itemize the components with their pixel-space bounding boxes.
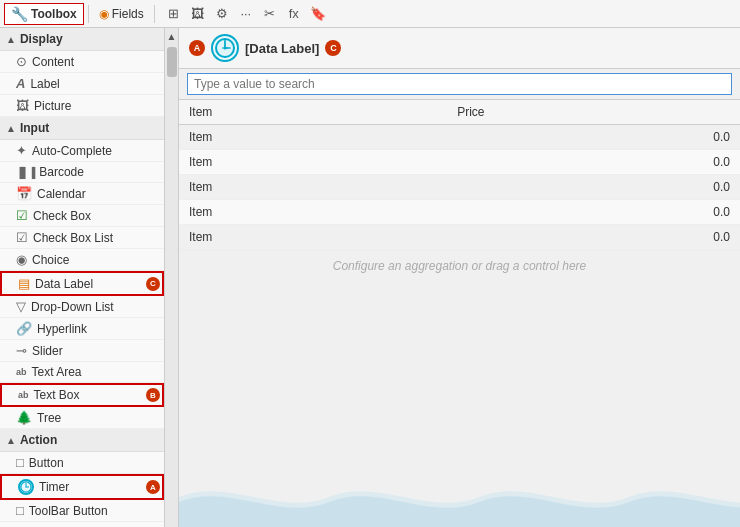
toolbarbutton-icon: □ <box>16 503 24 518</box>
hyperlink-icon: 🔗 <box>16 321 32 336</box>
sidebar-item-button[interactable]: □ Button <box>0 452 164 474</box>
sidebar-item-checkboxlist[interactable]: ☑ Check Box List <box>0 227 164 249</box>
wave-svg <box>179 467 740 527</box>
sidebar-item-hyperlink[interactable]: 🔗 Hyperlink <box>0 318 164 340</box>
sidebar-item-barcode[interactable]: ▐▌▐ Barcode <box>0 162 164 183</box>
sidebar-item-label[interactable]: A Label <box>0 73 164 95</box>
sidebar-item-dropdown[interactable]: ▽ Drop-Down List <box>0 296 164 318</box>
barcode-icon: ▐▌▐ <box>16 167 34 178</box>
textarea-label: Text Area <box>32 365 82 379</box>
cell-item: Item <box>179 225 447 250</box>
toolbar-action-icons: ⊞ 🖼 ⚙ ··· ✂ fx 🔖 <box>163 4 329 24</box>
input-arrow-icon: ▲ <box>6 123 16 134</box>
fields-tab[interactable]: ◉ Fields <box>93 5 150 23</box>
wave-divider <box>179 467 740 527</box>
main-area: ▲ Display ⊙ Content A Label 🖼 Picture ▲ … <box>0 28 740 527</box>
cell-price: 0.0 <box>447 125 740 150</box>
badge-b: B <box>146 388 160 402</box>
cell-price: 0.0 <box>447 200 740 225</box>
bookmark-icon-btn[interactable]: 🔖 <box>307 4 329 24</box>
tree-label: Tree <box>37 411 61 425</box>
sidebar-item-picture[interactable]: 🖼 Picture <box>0 95 164 117</box>
table-container: Item Price Item 0.0 Item 0.0 Item 0.0 It… <box>179 100 740 467</box>
dropdown-label: Drop-Down List <box>31 300 114 314</box>
fields-icon: ◉ <box>99 7 109 21</box>
section-action[interactable]: ▲ Action <box>0 429 164 452</box>
cell-item: Item <box>179 125 447 150</box>
label-label: Label <box>30 77 59 91</box>
sidebar-item-toolbarbutton[interactable]: □ ToolBar Button <box>0 500 164 522</box>
sidebar-item-content[interactable]: ⊙ Content <box>0 51 164 73</box>
toolbarbutton-label: ToolBar Button <box>29 504 108 518</box>
toolbar-separator2 <box>154 5 155 23</box>
table-footer: Configure an aggregation or drag a contr… <box>179 250 740 281</box>
cell-item: Item <box>179 175 447 200</box>
calendar-icon: 📅 <box>16 186 32 201</box>
sidebar-item-autocomplete[interactable]: ✦ Auto-Complete <box>0 140 164 162</box>
choice-icon: ◉ <box>16 252 27 267</box>
label-icon: A <box>16 76 25 91</box>
tree-icon: 🌲 <box>16 410 32 425</box>
button-icon: □ <box>16 455 24 470</box>
table-row: Item 0.0 <box>179 150 740 175</box>
image-icon-btn[interactable]: 🖼 <box>187 4 209 24</box>
action-section-label: Action <box>20 433 57 447</box>
table-row: Item 0.0 <box>179 225 740 250</box>
sidebar-item-textbox[interactable]: ab Text Box B <box>0 383 164 407</box>
svg-point-6 <box>224 47 227 50</box>
scroll-up-icon[interactable]: ▲ <box>165 28 179 45</box>
content-scrollbar[interactable]: ▲ <box>165 28 179 527</box>
cell-item: Item <box>179 200 447 225</box>
datalabel-label: Data Label <box>35 277 93 291</box>
cell-item: Item <box>179 150 447 175</box>
content-label: Content <box>32 55 74 69</box>
content-icon: ⊙ <box>16 54 27 69</box>
sidebar-item-checkbox[interactable]: ☑ Check Box <box>0 205 164 227</box>
dropdown-icon: ▽ <box>16 299 26 314</box>
scrollbar-thumb[interactable] <box>167 47 177 77</box>
autocomplete-icon: ✦ <box>16 143 27 158</box>
badge-c-header: C <box>325 40 341 56</box>
barcode-label: Barcode <box>39 165 84 179</box>
badge-a-header: A <box>189 40 205 56</box>
sidebar-item-tree[interactable]: 🌲 Tree <box>0 407 164 429</box>
cut-icon-btn[interactable]: ✂ <box>259 4 281 24</box>
hyperlink-label: Hyperlink <box>37 322 87 336</box>
search-input[interactable] <box>187 73 732 95</box>
toolbar: 🔧 Toolbox ◉ Fields ⊞ 🖼 ⚙ ··· ✂ fx 🔖 <box>0 0 740 28</box>
grid-icon-btn[interactable]: ⊞ <box>163 4 185 24</box>
content-main: A [Data Label] C <box>179 28 740 527</box>
sidebar-item-textarea[interactable]: ab Text Area <box>0 362 164 383</box>
picture-label: Picture <box>34 99 71 113</box>
table-body: Item 0.0 Item 0.0 Item 0.0 Item 0.0 Item… <box>179 125 740 250</box>
sidebar-item-timer[interactable]: Timer A <box>0 474 164 500</box>
badge-c: C <box>146 277 160 291</box>
display-section-label: Display <box>20 32 63 46</box>
sidebar-item-choice[interactable]: ◉ Choice <box>0 249 164 271</box>
action-arrow-icon: ▲ <box>6 435 16 446</box>
slider-icon: ⊸ <box>16 343 27 358</box>
data-table: Item Price Item 0.0 Item 0.0 Item 0.0 It… <box>179 100 740 250</box>
checkboxlist-label: Check Box List <box>33 231 113 245</box>
section-display[interactable]: ▲ Display <box>0 28 164 51</box>
sidebar-item-calendar[interactable]: 📅 Calendar <box>0 183 164 205</box>
table-row: Item 0.0 <box>179 125 740 150</box>
sidebar-item-slider[interactable]: ⊸ Slider <box>0 340 164 362</box>
sidebar-item-datalabel[interactable]: ▤ Data Label C <box>0 271 164 296</box>
slider-label: Slider <box>32 344 63 358</box>
settings-icon-btn[interactable]: ⚙ <box>211 4 233 24</box>
dots-icon-btn[interactable]: ··· <box>235 4 257 24</box>
timer-label: Timer <box>39 480 69 494</box>
textbox-icon: ab <box>18 390 29 400</box>
checkbox-icon: ☑ <box>16 208 28 223</box>
toolbox-icon: 🔧 <box>11 6 28 22</box>
col-price-header: Price <box>447 100 740 125</box>
button-label: Button <box>29 456 64 470</box>
table-row: Item 0.0 <box>179 200 740 225</box>
toolbox-tab[interactable]: 🔧 Toolbox <box>4 3 84 25</box>
data-label-header: A [Data Label] C <box>179 28 740 69</box>
fx-icon-btn[interactable]: fx <box>283 4 305 24</box>
display-arrow-icon: ▲ <box>6 34 16 45</box>
section-input[interactable]: ▲ Input <box>0 117 164 140</box>
textbox-label: Text Box <box>34 388 80 402</box>
